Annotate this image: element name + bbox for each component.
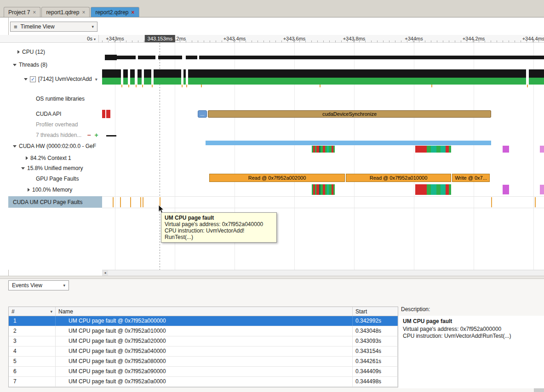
sidebar-item-label: OS runtime libraries [36,96,85,102]
sidebar-item-label: GPU Page Faults [36,176,79,182]
gridline [354,43,355,270]
ruler-tick-mark [414,39,414,43]
timeline-sidebar: CPU (12)Threads (8)✓[7142] UvmVectorAdd▾… [8,43,102,270]
chevron-down-icon[interactable] [24,78,28,80]
tab-label: Project 7 [8,9,30,16]
event-start-cell: 0.344498s [353,377,398,386]
ruler-tick-mark [115,39,115,43]
event-name-cell: UM CPU page fault @ 0x7f952a0a0000 [56,377,353,386]
description-line: Virtual page's address: 0x7f952a000000 [403,326,539,333]
nsight-systems-window: Project 7 × report1.qdrep × report2.qdre… [0,0,544,392]
sidebar-item-cuda-hw[interactable]: CUDA HW (0000:02:00.0 - GeF [8,142,102,151]
menu-icon: ≡ [14,23,17,30]
timeline-hscrollbar[interactable]: ◂ [102,270,544,276]
column-filter-icon[interactable]: ▾ [50,309,52,314]
resize-grip[interactable] [534,388,544,392]
event-number-cell: 7 [9,377,56,386]
view-selector-label: Timeline View [21,23,55,30]
ruler-tick-mark [354,39,355,43]
row-separator [102,196,544,197]
chevron-down-icon: ▾ [94,37,96,41]
timeline-view-selector[interactable]: ≡ Timeline View ▾ [10,22,97,32]
chevron-down-icon[interactable] [13,145,17,148]
tab-project-7[interactable]: Project 7 × [4,7,40,17]
add-filter-icon[interactable]: + [95,131,98,139]
close-icon[interactable]: × [131,9,134,16]
sidebar-item-label: [7142] UvmVectorAdd [38,76,92,82]
column-header-start[interactable]: Start [353,307,398,316]
scroll-left-icon[interactable]: ◂ [102,270,108,276]
close-icon[interactable]: × [33,9,36,16]
event-name-cell: UM CPU page fault @ 0x7f952a090000 [56,367,353,376]
sidebar-item-threads[interactable]: Threads (8) [8,60,102,69]
chevron-right-icon[interactable] [28,188,30,192]
sidebar-item-thread-7142-uvmvectoradd[interactable]: ✓[7142] UvmVectorAdd▾ [8,74,102,84]
ruler-tick-mark [294,39,295,43]
sidebar-item-os-runtime-libraries[interactable]: OS runtime libraries [8,94,102,103]
description-title: UM CPU page fault [403,318,539,325]
table-row[interactable]: 6UM CPU page fault @ 0x7f952a0900000.344… [9,367,398,377]
ruler-tick-mark [235,39,235,43]
table-row[interactable]: 5UM CPU page fault @ 0x7f952a0800000.344… [9,357,398,367]
timeline-ruler[interactable]: 0s ▾ +343ms+343.2ms+343.4ms+343.6ms+343.… [0,35,544,43]
tooltip-line: CPU instruction: UvmVectorAdd! [165,227,273,234]
chevron-right-icon[interactable] [26,156,28,160]
sidebar-item-profiler-overhead[interactable]: Profiler overhead [8,120,102,129]
tab-label: report2.qdrep [95,9,128,16]
sidebar-item-gpu-page-faults[interactable]: GPU Page Faults [8,174,102,183]
column-header-number[interactable]: # ▾ [9,307,56,316]
sidebar-item-cuda-um-cpu-page-faults[interactable]: CUDA UM CPU Page Faults [8,196,102,208]
event-name-cell: UM CPU page fault @ 0x7f952a080000 [56,357,353,366]
events-view-selector[interactable]: Events View ▾ [8,280,69,290]
event-number-cell: 5 [9,357,56,366]
row-checkbox[interactable]: ✓ [30,76,36,82]
event-name-cell: UM CPU page fault @ 0x7f952a000000 [56,316,353,326]
event-start-cell: 0.343048s [353,326,398,336]
table-row[interactable]: 2UM CPU page fault @ 0x7f952a0100000.343… [9,326,398,336]
event-name-cell: UM CPU page fault @ 0x7f952a040000 [56,347,353,356]
tab-bar: Project 7 × report1.qdrep × report2.qdre… [0,0,544,17]
cursor-time-badge: 343.153ms [145,35,175,43]
chevron-down-icon[interactable] [13,64,17,66]
sidebar-item-label: CUDA UM CPU Page Faults [13,199,82,205]
table-row[interactable]: 3UM CPU page fault @ 0x7f952a0200000.343… [9,336,398,347]
tab-report1[interactable]: report1.qdrep × [41,7,90,17]
sidebar-item-cuda-api[interactable]: CUDA API [8,109,102,119]
description-line: CPU instruction: UvmVectorAdd!RunTest(..… [403,333,539,340]
sidebar-item-unified-memory[interactable]: 15.8% Unified memory [8,164,102,173]
chevron-right-icon[interactable] [17,50,20,54]
events-table-body: 1UM CPU page fault @ 0x7f952a0000000.342… [9,316,398,387]
event-start-cell: 0.343093s [353,336,398,346]
mouse-cursor-icon [158,205,165,214]
table-row[interactable]: 7UM CPU page fault @ 0x7f952a0a00000.344… [9,377,398,387]
gridline [474,43,474,270]
table-row[interactable]: 4UM CPU page fault @ 0x7f952a0400000.343… [9,347,398,357]
event-name-cell: UM CPU page fault @ 0x7f952a010000 [56,326,353,336]
tab-report2[interactable]: report2.qdrep × [91,7,139,17]
column-header-name[interactable]: Name [56,307,353,316]
pane-splitter[interactable] [0,276,544,279]
gridline [533,43,534,270]
sidebar-item-label: 7 threads hidden... [36,132,81,138]
sidebar-item-label: CUDA HW (0000:02:00.0 - GeF [19,143,96,149]
chevron-down-icon[interactable]: ▾ [95,77,97,82]
sidebar-item-cpu[interactable]: CPU (12) [8,47,102,57]
close-icon[interactable]: × [82,9,85,16]
event-number-cell: 3 [9,336,56,346]
event-start-cell: 0.343154s [353,347,398,356]
event-number-cell: 1 [9,316,56,326]
table-row[interactable]: 1UM CPU page fault @ 0x7f952a0000000.342… [9,316,398,326]
chevron-down-icon: ▾ [92,24,94,29]
chevron-down-icon[interactable] [21,167,25,170]
sidebar-item-context-1[interactable]: 84.2% Context 1 [8,153,102,163]
ruler-tick-mark [533,39,534,43]
chevron-down-icon: ▾ [63,283,65,288]
events-table-header: # ▾ Name Start [9,307,398,316]
remove-filter-icon[interactable]: − [87,131,91,139]
sidebar-item-threads-hidden[interactable]: 7 threads hidden...−+ [8,131,102,140]
ruler-origin[interactable]: 0s ▾ [8,35,99,43]
gridline [414,43,414,270]
event-number-cell: 6 [9,367,56,376]
sidebar-item-label: Threads (8) [19,62,47,68]
sidebar-item-memory[interactable]: 100.0% Memory [8,185,102,194]
